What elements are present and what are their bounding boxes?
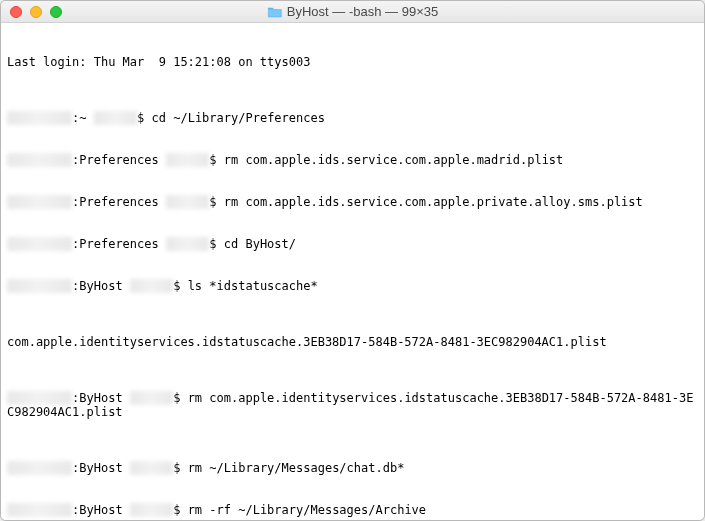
command-line: xxxxxxxxx:ByHost xxxxxx$ rm -rf ~/Librar… [7,503,698,517]
terminal-window: ByHost — -bash — 99×35 Last login: Thu M… [0,0,705,521]
command-line: xxxxxxxxx:Preferences xxxxxx$ rm com.app… [7,153,698,167]
command-line-wrapped: xxxxxxxxx:ByHost xxxxxx$ rm com.apple.id… [7,391,698,419]
command-line: xxxxxxxxx:Preferences xxxxxx$ cd ByHost/ [7,237,698,251]
command-line: xxxxxxxxx:~ xxxxxx$ cd ~/Library/Prefere… [7,111,698,125]
minimize-icon[interactable] [30,6,42,18]
terminal-output[interactable]: Last login: Thu Mar 9 15:21:08 on ttys00… [1,23,704,520]
window-title: ByHost — -bash — 99×35 [287,4,438,19]
maximize-icon[interactable] [50,6,62,18]
command-line: xxxxxxxxx:ByHost xxxxxx$ ls *idstatuscac… [7,279,698,293]
last-login-line: Last login: Thu Mar 9 15:21:08 on ttys00… [7,55,698,69]
titlebar[interactable]: ByHost — -bash — 99×35 [1,1,704,23]
window-title-group: ByHost — -bash — 99×35 [267,4,438,19]
command-line: xxxxxxxxx:Preferences xxxxxx$ rm com.app… [7,195,698,209]
command-line: xxxxxxxxx:ByHost xxxxxx$ rm ~/Library/Me… [7,461,698,475]
close-icon[interactable] [10,6,22,18]
output-line: com.apple.identityservices.idstatuscache… [7,335,698,349]
window-controls [1,6,62,18]
folder-icon [267,6,282,18]
